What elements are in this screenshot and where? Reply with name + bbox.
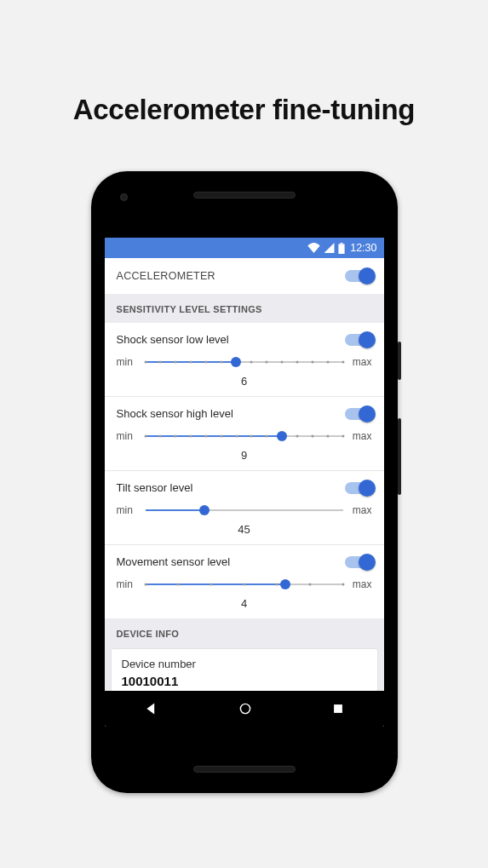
slider-value: 4	[117, 597, 372, 610]
slider[interactable]	[146, 430, 343, 442]
device-number-value: 10010011	[122, 674, 367, 688]
setting-row: Shock sensor high levelminmax9	[105, 397, 384, 471]
screen: 12:30 ACCELEROMETER SENSITIVITY LEVEL SE…	[105, 238, 384, 727]
slider[interactable]	[146, 504, 343, 516]
setting-toggle[interactable]	[345, 482, 372, 494]
slider-min-label: min	[117, 578, 137, 590]
device-number-label: Device number	[122, 658, 367, 670]
setting-row: Tilt sensor levelminmax45	[105, 471, 384, 545]
slider-thumb[interactable]	[280, 579, 290, 589]
phone-side-button	[398, 342, 401, 380]
accelerometer-master-row: ACCELEROMETER	[105, 258, 384, 294]
svg-point-2	[240, 704, 250, 713]
phone-frame: 12:30 ACCELEROMETER SENSITIVITY LEVEL SE…	[91, 171, 398, 793]
setting-title: Tilt sensor level	[117, 481, 193, 494]
setting-title: Movement sensor level	[117, 555, 231, 568]
setting-row: Movement sensor levelminmax4	[105, 545, 384, 618]
battery-icon	[338, 243, 345, 254]
setting-row: Shock sensor low levelminmax6	[105, 323, 384, 397]
nav-back-button[interactable]	[145, 702, 158, 716]
slider-thumb[interactable]	[277, 431, 287, 441]
slider-row: minmax	[117, 356, 372, 368]
nav-home-button[interactable]	[238, 702, 252, 716]
slider-value: 6	[117, 375, 372, 388]
setting-head: Shock sensor high level	[117, 407, 372, 420]
slider-min-label: min	[117, 504, 137, 516]
section-header-sensitivity: SENSITIVITY LEVEL SETTINGS	[105, 294, 384, 323]
status-bar: 12:30	[105, 238, 384, 258]
phone-camera	[120, 193, 128, 201]
slider-max-label: max	[352, 430, 372, 442]
accelerometer-toggle[interactable]	[345, 270, 372, 282]
slider-row: minmax	[117, 504, 372, 516]
slider[interactable]	[146, 356, 343, 368]
slider-value: 9	[117, 449, 372, 462]
phone-speaker-top	[193, 192, 296, 198]
setting-head: Movement sensor level	[117, 555, 372, 568]
status-time: 12:30	[350, 242, 376, 254]
slider-row: minmax	[117, 578, 372, 590]
slider-value: 45	[117, 523, 372, 536]
slider-max-label: max	[352, 356, 372, 368]
setting-toggle[interactable]	[345, 408, 372, 420]
slider-max-label: max	[352, 504, 372, 516]
content: ACCELEROMETER SENSITIVITY LEVEL SETTINGS…	[105, 258, 384, 691]
device-info-card: Device number 10010011	[112, 649, 377, 691]
setting-toggle[interactable]	[345, 334, 372, 346]
slider-min-label: min	[117, 430, 137, 442]
wifi-icon	[307, 243, 320, 253]
setting-toggle[interactable]	[345, 556, 372, 568]
page-title: Accelerometer fine-tuning	[0, 94, 488, 126]
svg-rect-1	[341, 243, 343, 244]
slider-thumb[interactable]	[199, 505, 210, 515]
svg-rect-0	[339, 244, 345, 254]
slider-max-label: max	[352, 578, 372, 590]
setting-head: Tilt sensor level	[117, 481, 372, 494]
phone-speaker-bottom	[193, 766, 296, 773]
accelerometer-label: ACCELEROMETER	[117, 270, 215, 282]
android-navbar	[105, 691, 384, 727]
slider-row: minmax	[117, 430, 372, 442]
setting-title: Shock sensor low level	[117, 333, 229, 346]
setting-head: Shock sensor low level	[117, 333, 372, 346]
settings-list: Shock sensor low levelminmax6Shock senso…	[105, 323, 384, 618]
cell-signal-icon	[324, 243, 335, 253]
section-header-device-info: DEVICE INFO	[105, 618, 384, 649]
svg-rect-3	[334, 704, 342, 713]
slider-min-label: min	[117, 356, 137, 368]
nav-recents-button[interactable]	[332, 703, 344, 715]
phone-side-button	[398, 418, 401, 495]
setting-title: Shock sensor high level	[117, 407, 233, 420]
slider-thumb[interactable]	[231, 357, 241, 367]
slider[interactable]	[146, 578, 343, 590]
